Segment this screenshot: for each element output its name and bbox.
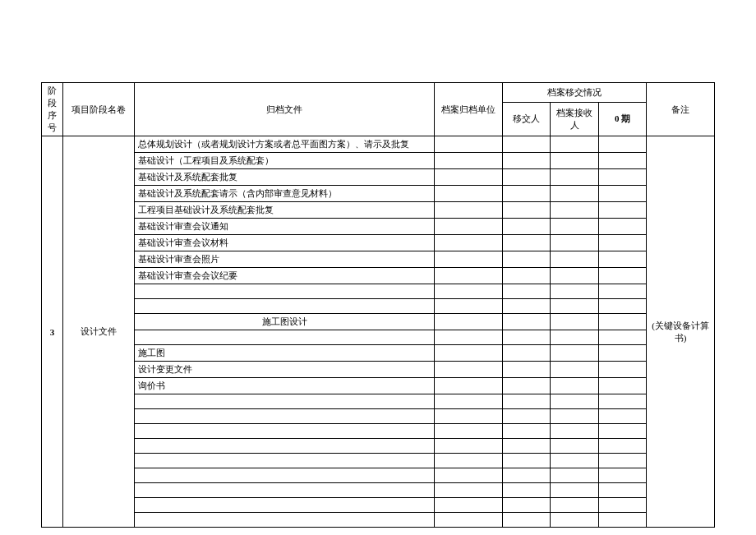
receiver-cell — [551, 136, 599, 153]
transfer-cell — [502, 330, 551, 345]
transfer-cell — [502, 498, 551, 513]
transfer-cell — [502, 468, 551, 483]
receiver-cell — [551, 251, 599, 268]
table-row: 施工图设计 — [42, 314, 715, 330]
unit-cell — [435, 362, 503, 378]
table-row: 询价书 — [42, 378, 715, 394]
unit-cell — [435, 169, 503, 186]
doc-cell: 工程项目基础设计及系统配套批复 — [134, 202, 434, 219]
receiver-cell — [551, 345, 599, 362]
period-cell — [598, 314, 647, 330]
transfer-cell — [502, 136, 551, 153]
doc-cell — [134, 439, 434, 454]
header-doc: 归档文件 — [134, 83, 434, 136]
period-cell — [598, 468, 647, 483]
unit-cell — [435, 439, 503, 454]
doc-cell: 基础设计审查会议通知 — [134, 219, 434, 235]
stage-cell: 设计文件 — [63, 136, 135, 528]
unit-cell — [435, 219, 503, 235]
header-seq: 阶段序号 — [42, 83, 63, 136]
table-row — [42, 439, 715, 454]
table-row: 3设计文件总体规划设计（或者规划设计方案或者总平面图方案）、请示及批复(关键设备… — [42, 136, 715, 153]
header-receiver: 档案接收人 — [551, 102, 599, 136]
table-row: 施工图 — [42, 345, 715, 362]
unit-cell — [435, 235, 503, 251]
table-row — [42, 299, 715, 314]
transfer-cell — [502, 454, 551, 468]
transfer-cell — [502, 424, 551, 439]
unit-cell — [435, 251, 503, 268]
table-row: 基础设计及系统配套请示（含内部审查意见材料） — [42, 186, 715, 202]
receiver-cell — [551, 153, 599, 169]
transfer-cell — [502, 235, 551, 251]
doc-cell — [134, 483, 434, 498]
receiver-cell — [551, 498, 599, 513]
header-stage: 项目阶段名卷 — [63, 83, 135, 136]
unit-cell — [435, 153, 503, 169]
period-cell — [598, 153, 647, 169]
unit-cell — [435, 483, 503, 498]
doc-cell: 基础设计审查会会议纪要 — [134, 268, 434, 284]
receiver-cell — [551, 394, 599, 409]
unit-cell — [435, 202, 503, 219]
period-cell — [598, 136, 647, 153]
doc-cell — [134, 498, 434, 513]
period-cell — [598, 362, 647, 378]
doc-cell — [134, 330, 434, 345]
doc-cell: 询价书 — [134, 378, 434, 394]
period-cell — [598, 202, 647, 219]
transfer-cell — [502, 284, 551, 299]
header-remark: 备注 — [647, 83, 715, 136]
transfer-cell — [502, 483, 551, 498]
table-row — [42, 284, 715, 299]
receiver-cell — [551, 169, 599, 186]
transfer-cell — [502, 153, 551, 169]
doc-cell — [134, 394, 434, 409]
receiver-cell — [551, 513, 599, 528]
period-cell — [598, 235, 647, 251]
period-cell — [598, 378, 647, 394]
table-row — [42, 498, 715, 513]
period-cell — [598, 513, 647, 528]
doc-cell — [134, 284, 434, 299]
table-row — [42, 468, 715, 483]
transfer-cell — [502, 268, 551, 284]
header-transfer-group: 档案移交情况 — [502, 83, 647, 103]
doc-cell: 基础设计审查会照片 — [134, 251, 434, 268]
remark-cell: (关键设备计算书) — [647, 136, 715, 528]
transfer-cell — [502, 251, 551, 268]
period-cell — [598, 483, 647, 498]
unit-cell — [435, 330, 503, 345]
unit-cell — [435, 498, 503, 513]
doc-cell — [134, 409, 434, 424]
unit-cell — [435, 513, 503, 528]
doc-cell: 基础设计（工程项目及系统配套） — [134, 153, 434, 169]
archive-table: 阶段序号 项目阶段名卷 归档文件 档案归档单位 档案移交情况 备注 移交人 档案… — [41, 82, 715, 528]
period-cell — [598, 284, 647, 299]
period-cell — [598, 439, 647, 454]
transfer-cell — [502, 299, 551, 314]
period-cell — [598, 345, 647, 362]
unit-cell — [435, 468, 503, 483]
doc-cell — [134, 513, 434, 528]
receiver-cell — [551, 362, 599, 378]
receiver-cell — [551, 439, 599, 454]
receiver-cell — [551, 378, 599, 394]
receiver-cell — [551, 454, 599, 468]
table-body: 3设计文件总体规划设计（或者规划设计方案或者总平面图方案）、请示及批复(关键设备… — [42, 136, 715, 528]
unit-cell — [435, 345, 503, 362]
receiver-cell — [551, 299, 599, 314]
period-cell — [598, 268, 647, 284]
table-row: 基础设计审查会照片 — [42, 251, 715, 268]
table-row — [42, 394, 715, 409]
doc-cell: 总体规划设计（或者规划设计方案或者总平面图方案）、请示及批复 — [134, 136, 434, 153]
receiver-cell — [551, 284, 599, 299]
receiver-cell — [551, 424, 599, 439]
receiver-cell — [551, 268, 599, 284]
transfer-cell — [502, 394, 551, 409]
doc-cell: 施工图设计 — [134, 314, 434, 330]
doc-cell — [134, 424, 434, 439]
transfer-cell — [502, 513, 551, 528]
doc-cell: 设计变更文件 — [134, 362, 434, 378]
unit-cell — [435, 314, 503, 330]
